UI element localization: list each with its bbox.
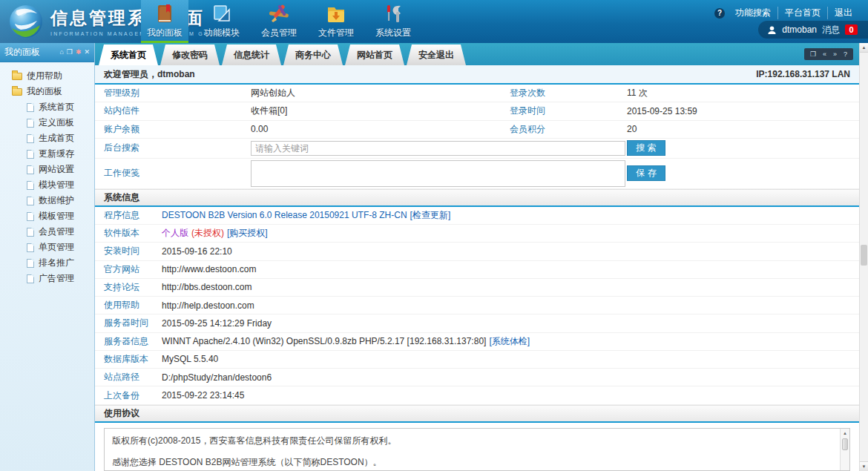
pencil-brush-icon xyxy=(267,3,291,25)
sysinfo-row-help: 使用帮助 http://help.destoon.com xyxy=(95,297,859,314)
file-icon xyxy=(27,165,34,174)
nav-item-label: 文件管理 xyxy=(318,27,354,39)
message-label[interactable]: 消息 xyxy=(822,24,840,36)
top-navigation: 我的面板 功能模块 会员管理 xyxy=(141,0,427,43)
panel-row-search: 后台搜索 搜 索 xyxy=(95,139,859,159)
admin-window: 信息管理系统界面 INFORMATION MANAGEMENT SYSTEM G… xyxy=(0,0,868,471)
sidebar-item-label: 生成首页 xyxy=(39,132,74,145)
sidebar-folder-help[interactable]: 使用帮助 xyxy=(0,68,94,84)
field-value: 2015-09-22 23:14:45 xyxy=(162,390,859,401)
welcome-bar: 欢迎管理员，dtmoban IP:192.168.31.137 LAN xyxy=(95,65,859,85)
tab-site-home[interactable]: 网站首页 xyxy=(345,45,404,65)
scroll-up-icon[interactable]: ▲ xyxy=(841,429,849,438)
sidebar-item-module-manage[interactable]: 模块管理 xyxy=(0,177,94,193)
scroll-down-icon[interactable]: ▼ xyxy=(860,461,868,471)
top-quick-links: ? 功能搜索 平台首页 退出 xyxy=(714,7,859,19)
next-tab-icon[interactable]: » xyxy=(833,51,837,58)
file-icon xyxy=(27,274,34,283)
file-icon xyxy=(27,197,34,205)
username[interactable]: dtmoban xyxy=(782,24,817,35)
nav-item-my-panel[interactable]: 我的面板 xyxy=(141,0,188,43)
nav-item-settings[interactable]: 系统设置 xyxy=(369,0,417,43)
ruler-module-icon xyxy=(210,3,234,25)
field-label: 数据库版本 xyxy=(95,353,162,366)
folder-icon xyxy=(12,73,22,80)
agreement-box: 版权所有(c)2008-2015，西安嘉客信息科技有限责任公司保留所有权利。 感… xyxy=(104,428,850,471)
sidebar-item-site-settings[interactable]: 网站设置 xyxy=(0,162,94,177)
nav-item-label: 系统设置 xyxy=(375,27,411,39)
nav-item-modules[interactable]: 功能模块 xyxy=(198,0,246,43)
sidebar-item-template-manage[interactable]: 模板管理 xyxy=(0,208,94,224)
home-icon[interactable]: ⌂ xyxy=(59,49,63,56)
scrollbar-thumb[interactable] xyxy=(861,245,867,266)
function-search-link[interactable]: 功能搜索 xyxy=(729,7,777,19)
search-button[interactable]: 搜 索 xyxy=(627,140,665,156)
user-pill[interactable]: dtmoban 消息 0 xyxy=(758,21,868,39)
edition-link[interactable]: 个人版 xyxy=(162,228,188,238)
nav-item-label: 功能模块 xyxy=(204,27,240,39)
scroll-up-icon[interactable]: ▲ xyxy=(860,43,868,53)
sysinfo-row-official-site: 官方网站 http://www.destoon.com xyxy=(95,261,859,279)
field-value: 2015-09-25 14:12:29 Friday xyxy=(162,318,859,329)
sidebar-item-system-home[interactable]: 系统首页 xyxy=(0,99,94,115)
sidebar-item-update-cache[interactable]: 更新缓存 xyxy=(0,146,94,162)
sysinfo-row-server-info: 服务器信息 WINNT Apache/2.4.10 (Win32) OpenSS… xyxy=(95,333,859,351)
page-scrollbar[interactable]: ▲ ▼ xyxy=(859,43,868,471)
sidebar-item-member-manage[interactable]: 会员管理 xyxy=(0,224,94,240)
agreement-scrollbar[interactable]: ▲ xyxy=(840,429,849,470)
nav-item-members[interactable]: 会员管理 xyxy=(255,0,303,43)
sidebar-item-ranking-promo[interactable]: 排名推广 xyxy=(0,255,94,271)
welcome-text: 欢迎管理员，dtmoban xyxy=(104,68,195,81)
file-icon xyxy=(27,103,34,112)
field-value: 20 xyxy=(627,124,859,134)
platform-home-link[interactable]: 平台首页 xyxy=(777,7,827,19)
tab-info-stats[interactable]: 信息统计 xyxy=(222,45,281,65)
restore-icon[interactable]: ❐ xyxy=(67,49,73,56)
content-area: 系统首页 修改密码 信息统计 商务中心 网站首页 安全退出 ❐ « » ? 欢迎… xyxy=(95,43,859,471)
forum-url: http://bbs.destoon.com xyxy=(162,282,859,292)
panel-row-level: 管理级别 网站创始人 登录次数 11 次 xyxy=(95,85,859,102)
sysinfo-row-last-backup: 上次备份 2015-09-22 23:14:45 xyxy=(95,386,859,404)
sidebar-header: 我的面板 ⌂ ❐ ✱ ✕ xyxy=(0,43,94,62)
agreement-line: 感谢您选择 DESTOON B2B网站管理系统（以下简称DESTOON）。 xyxy=(105,447,849,469)
nav-item-files[interactable]: 文件管理 xyxy=(312,0,360,43)
buy-license-link[interactable]: [购买授权] xyxy=(227,228,268,238)
panel-icon[interactable]: ❐ xyxy=(810,51,816,58)
user-icon xyxy=(767,25,777,35)
scrollbar-thumb[interactable] xyxy=(842,438,848,450)
prev-tab-icon[interactable]: « xyxy=(823,51,826,58)
inbox-link[interactable]: 收件箱[0] xyxy=(251,105,501,117)
field-label: 站内信件 xyxy=(95,105,251,117)
field-label: 程序信息 xyxy=(95,209,162,222)
sidebar-item-data-maintenance[interactable]: 数据维护 xyxy=(0,193,94,208)
save-button[interactable]: 保 存 xyxy=(627,165,665,181)
backend-search-input[interactable] xyxy=(251,141,625,156)
sidebar-folder-my-panel[interactable]: 我的面板 xyxy=(0,84,94,99)
check-update-link[interactable]: [检查更新] xyxy=(410,210,451,220)
tab-system-home[interactable]: 系统首页 xyxy=(99,45,158,65)
nav-item-label: 我的面板 xyxy=(147,27,183,39)
sidebar-item-label: 模块管理 xyxy=(39,179,74,191)
field-value: 2015-09-16 22:10 xyxy=(162,246,859,257)
logout-link[interactable]: 退出 xyxy=(827,7,859,19)
sidebar-title: 我的面板 xyxy=(4,46,59,59)
system-check-link[interactable]: [系统体检] xyxy=(489,336,530,346)
tab-help-icon[interactable]: ? xyxy=(844,51,847,58)
field-label: 后台搜索 xyxy=(95,142,251,154)
sidebar-item-ad-manage[interactable]: 广告管理 xyxy=(0,271,94,286)
sidebar-item-label: 更新缓存 xyxy=(39,148,74,160)
tab-business-center[interactable]: 商务中心 xyxy=(283,45,343,65)
close-icon[interactable]: ✕ xyxy=(84,49,90,56)
work-note-textarea[interactable] xyxy=(251,160,625,187)
sidebar-item-label: 广告管理 xyxy=(39,272,74,285)
message-count-badge[interactable]: 0 xyxy=(845,24,858,35)
sidebar-item-page-manage[interactable]: 单页管理 xyxy=(0,240,94,255)
program-info-link[interactable]: DESTOON B2B Version 6.0 Release 20150921… xyxy=(162,210,407,220)
tab-safe-exit[interactable]: 安全退出 xyxy=(407,45,466,65)
tools-settings-icon xyxy=(381,3,405,25)
sidebar-item-define-panel[interactable]: 定义面板 xyxy=(0,115,94,131)
tab-change-password[interactable]: 修改密码 xyxy=(160,45,220,65)
sidebar-item-generate-home[interactable]: 生成首页 xyxy=(0,131,94,146)
pin-icon[interactable]: ✱ xyxy=(76,49,82,56)
sidebar-tree: 使用帮助 我的面板 系统首页 定义面板 生成首页 更新缓存 网站设置 模块管理 … xyxy=(0,62,94,286)
